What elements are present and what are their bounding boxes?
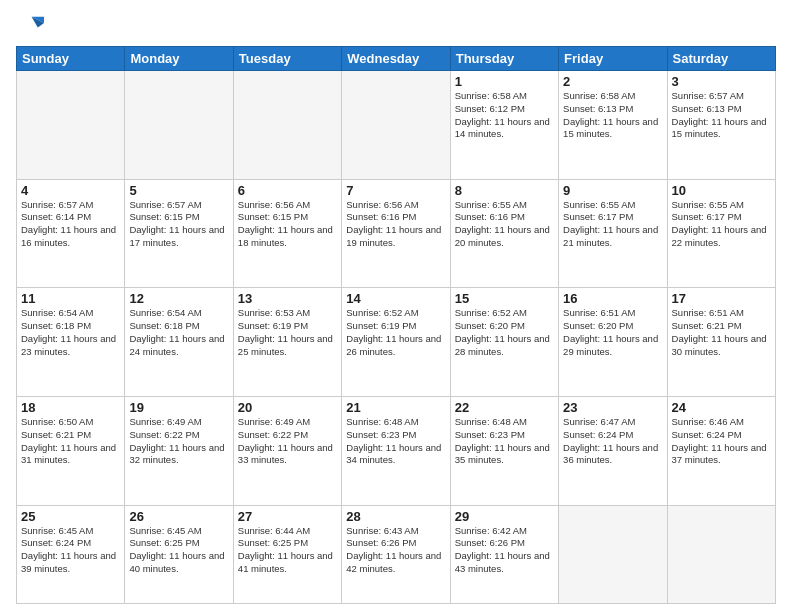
calendar-cell xyxy=(233,71,341,180)
calendar-cell: 28Sunrise: 6:43 AMSunset: 6:26 PMDayligh… xyxy=(342,505,450,603)
day-info: Sunrise: 6:48 AMSunset: 6:23 PMDaylight:… xyxy=(455,416,554,467)
calendar-cell xyxy=(125,71,233,180)
calendar-cell: 15Sunrise: 6:52 AMSunset: 6:20 PMDayligh… xyxy=(450,288,558,397)
calendar-cell: 5Sunrise: 6:57 AMSunset: 6:15 PMDaylight… xyxy=(125,179,233,288)
day-info: Sunrise: 6:55 AMSunset: 6:17 PMDaylight:… xyxy=(672,199,771,250)
day-info: Sunrise: 6:58 AMSunset: 6:13 PMDaylight:… xyxy=(563,90,662,141)
day-number: 25 xyxy=(21,509,120,524)
day-number: 23 xyxy=(563,400,662,415)
day-number: 10 xyxy=(672,183,771,198)
day-number: 16 xyxy=(563,291,662,306)
calendar-header-thursday: Thursday xyxy=(450,47,558,71)
header xyxy=(16,12,776,40)
day-number: 20 xyxy=(238,400,337,415)
calendar-week-row: 25Sunrise: 6:45 AMSunset: 6:24 PMDayligh… xyxy=(17,505,776,603)
calendar-cell: 29Sunrise: 6:42 AMSunset: 6:26 PMDayligh… xyxy=(450,505,558,603)
day-number: 7 xyxy=(346,183,445,198)
day-info: Sunrise: 6:57 AMSunset: 6:14 PMDaylight:… xyxy=(21,199,120,250)
calendar-header-sunday: Sunday xyxy=(17,47,125,71)
day-info: Sunrise: 6:49 AMSunset: 6:22 PMDaylight:… xyxy=(129,416,228,467)
day-info: Sunrise: 6:50 AMSunset: 6:21 PMDaylight:… xyxy=(21,416,120,467)
calendar-cell xyxy=(559,505,667,603)
calendar-cell: 25Sunrise: 6:45 AMSunset: 6:24 PMDayligh… xyxy=(17,505,125,603)
calendar-cell: 26Sunrise: 6:45 AMSunset: 6:25 PMDayligh… xyxy=(125,505,233,603)
day-number: 9 xyxy=(563,183,662,198)
day-number: 12 xyxy=(129,291,228,306)
calendar-cell xyxy=(667,505,775,603)
day-info: Sunrise: 6:57 AMSunset: 6:13 PMDaylight:… xyxy=(672,90,771,141)
day-number: 3 xyxy=(672,74,771,89)
day-number: 19 xyxy=(129,400,228,415)
day-info: Sunrise: 6:51 AMSunset: 6:20 PMDaylight:… xyxy=(563,307,662,358)
day-info: Sunrise: 6:56 AMSunset: 6:15 PMDaylight:… xyxy=(238,199,337,250)
calendar-cell: 22Sunrise: 6:48 AMSunset: 6:23 PMDayligh… xyxy=(450,396,558,505)
day-number: 22 xyxy=(455,400,554,415)
calendar-cell: 13Sunrise: 6:53 AMSunset: 6:19 PMDayligh… xyxy=(233,288,341,397)
calendar-cell: 20Sunrise: 6:49 AMSunset: 6:22 PMDayligh… xyxy=(233,396,341,505)
day-info: Sunrise: 6:52 AMSunset: 6:19 PMDaylight:… xyxy=(346,307,445,358)
calendar-week-row: 4Sunrise: 6:57 AMSunset: 6:14 PMDaylight… xyxy=(17,179,776,288)
day-number: 8 xyxy=(455,183,554,198)
calendar-week-row: 18Sunrise: 6:50 AMSunset: 6:21 PMDayligh… xyxy=(17,396,776,505)
calendar-cell: 16Sunrise: 6:51 AMSunset: 6:20 PMDayligh… xyxy=(559,288,667,397)
day-number: 26 xyxy=(129,509,228,524)
calendar-cell: 19Sunrise: 6:49 AMSunset: 6:22 PMDayligh… xyxy=(125,396,233,505)
day-info: Sunrise: 6:54 AMSunset: 6:18 PMDaylight:… xyxy=(21,307,120,358)
calendar-cell: 18Sunrise: 6:50 AMSunset: 6:21 PMDayligh… xyxy=(17,396,125,505)
day-info: Sunrise: 6:54 AMSunset: 6:18 PMDaylight:… xyxy=(129,307,228,358)
calendar-cell: 21Sunrise: 6:48 AMSunset: 6:23 PMDayligh… xyxy=(342,396,450,505)
calendar-cell: 9Sunrise: 6:55 AMSunset: 6:17 PMDaylight… xyxy=(559,179,667,288)
day-number: 6 xyxy=(238,183,337,198)
day-info: Sunrise: 6:44 AMSunset: 6:25 PMDaylight:… xyxy=(238,525,337,576)
day-info: Sunrise: 6:55 AMSunset: 6:17 PMDaylight:… xyxy=(563,199,662,250)
day-number: 15 xyxy=(455,291,554,306)
calendar-cell: 14Sunrise: 6:52 AMSunset: 6:19 PMDayligh… xyxy=(342,288,450,397)
calendar-header-tuesday: Tuesday xyxy=(233,47,341,71)
day-info: Sunrise: 6:45 AMSunset: 6:25 PMDaylight:… xyxy=(129,525,228,576)
day-number: 29 xyxy=(455,509,554,524)
calendar-header-wednesday: Wednesday xyxy=(342,47,450,71)
day-number: 2 xyxy=(563,74,662,89)
day-info: Sunrise: 6:45 AMSunset: 6:24 PMDaylight:… xyxy=(21,525,120,576)
page: SundayMondayTuesdayWednesdayThursdayFrid… xyxy=(0,0,792,612)
day-info: Sunrise: 6:52 AMSunset: 6:20 PMDaylight:… xyxy=(455,307,554,358)
day-number: 18 xyxy=(21,400,120,415)
day-info: Sunrise: 6:53 AMSunset: 6:19 PMDaylight:… xyxy=(238,307,337,358)
day-number: 4 xyxy=(21,183,120,198)
calendar-week-row: 1Sunrise: 6:58 AMSunset: 6:12 PMDaylight… xyxy=(17,71,776,180)
calendar-cell: 11Sunrise: 6:54 AMSunset: 6:18 PMDayligh… xyxy=(17,288,125,397)
calendar-header-friday: Friday xyxy=(559,47,667,71)
calendar-cell: 23Sunrise: 6:47 AMSunset: 6:24 PMDayligh… xyxy=(559,396,667,505)
day-number: 14 xyxy=(346,291,445,306)
calendar-cell: 3Sunrise: 6:57 AMSunset: 6:13 PMDaylight… xyxy=(667,71,775,180)
calendar-cell: 1Sunrise: 6:58 AMSunset: 6:12 PMDaylight… xyxy=(450,71,558,180)
calendar-cell: 24Sunrise: 6:46 AMSunset: 6:24 PMDayligh… xyxy=(667,396,775,505)
day-info: Sunrise: 6:57 AMSunset: 6:15 PMDaylight:… xyxy=(129,199,228,250)
day-number: 28 xyxy=(346,509,445,524)
logo xyxy=(16,12,48,40)
calendar-cell: 7Sunrise: 6:56 AMSunset: 6:16 PMDaylight… xyxy=(342,179,450,288)
calendar-cell xyxy=(342,71,450,180)
day-info: Sunrise: 6:56 AMSunset: 6:16 PMDaylight:… xyxy=(346,199,445,250)
calendar-cell: 4Sunrise: 6:57 AMSunset: 6:14 PMDaylight… xyxy=(17,179,125,288)
calendar-cell: 17Sunrise: 6:51 AMSunset: 6:21 PMDayligh… xyxy=(667,288,775,397)
calendar-cell: 8Sunrise: 6:55 AMSunset: 6:16 PMDaylight… xyxy=(450,179,558,288)
day-number: 13 xyxy=(238,291,337,306)
day-info: Sunrise: 6:55 AMSunset: 6:16 PMDaylight:… xyxy=(455,199,554,250)
calendar-header-monday: Monday xyxy=(125,47,233,71)
day-number: 17 xyxy=(672,291,771,306)
day-number: 5 xyxy=(129,183,228,198)
day-info: Sunrise: 6:43 AMSunset: 6:26 PMDaylight:… xyxy=(346,525,445,576)
day-info: Sunrise: 6:48 AMSunset: 6:23 PMDaylight:… xyxy=(346,416,445,467)
calendar-cell: 12Sunrise: 6:54 AMSunset: 6:18 PMDayligh… xyxy=(125,288,233,397)
day-number: 21 xyxy=(346,400,445,415)
day-info: Sunrise: 6:47 AMSunset: 6:24 PMDaylight:… xyxy=(563,416,662,467)
calendar-header-saturday: Saturday xyxy=(667,47,775,71)
calendar-cell xyxy=(17,71,125,180)
calendar-cell: 10Sunrise: 6:55 AMSunset: 6:17 PMDayligh… xyxy=(667,179,775,288)
day-info: Sunrise: 6:49 AMSunset: 6:22 PMDaylight:… xyxy=(238,416,337,467)
calendar-cell: 27Sunrise: 6:44 AMSunset: 6:25 PMDayligh… xyxy=(233,505,341,603)
calendar-header-row: SundayMondayTuesdayWednesdayThursdayFrid… xyxy=(17,47,776,71)
calendar-cell: 6Sunrise: 6:56 AMSunset: 6:15 PMDaylight… xyxy=(233,179,341,288)
day-info: Sunrise: 6:58 AMSunset: 6:12 PMDaylight:… xyxy=(455,90,554,141)
